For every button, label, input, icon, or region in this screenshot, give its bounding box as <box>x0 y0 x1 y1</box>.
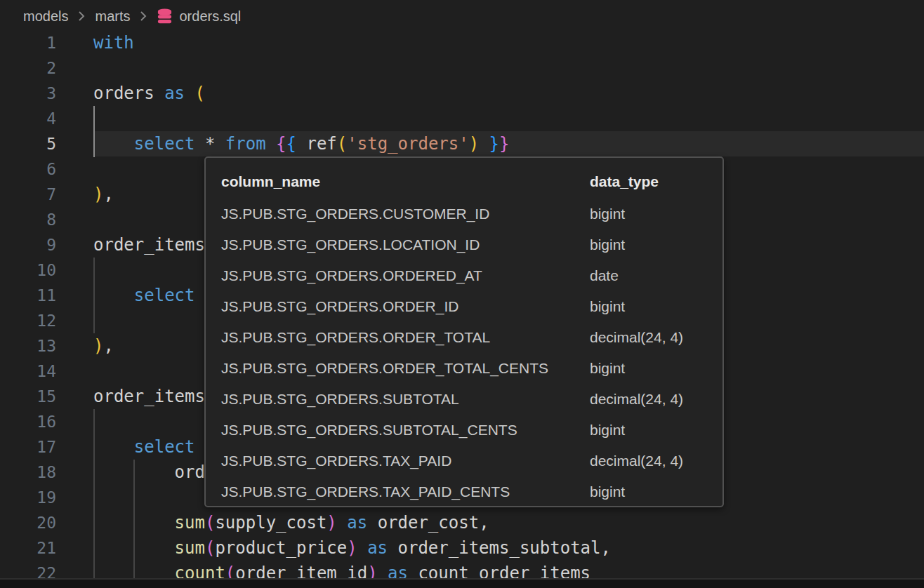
code-line[interactable]: 3orders as ( <box>0 81 924 106</box>
code-text: with <box>93 30 134 55</box>
line-number[interactable]: 15 <box>0 384 56 409</box>
data-type-cell: decimal(24, 4) <box>590 322 683 353</box>
column-name-cell: JS.PUB.STG_ORDERS.CUSTOMER_ID <box>221 199 489 229</box>
hover-table-body: JS.PUB.STG_ORDERS.CUSTOMER_IDbigintJS.PU… <box>221 199 722 507</box>
line-number[interactable]: 5 <box>0 131 56 156</box>
line-number[interactable]: 6 <box>0 156 56 182</box>
line-number[interactable]: 18 <box>0 460 56 485</box>
line-number[interactable]: 7 <box>0 182 56 207</box>
line-number[interactable]: 17 <box>0 434 56 460</box>
data-type-cell: bigint <box>590 291 625 322</box>
hover-table-header: column_name data_type <box>221 169 722 199</box>
hover-table-row: JS.PUB.STG_ORDERS.SUBTOTAL_CENTSbigint <box>221 415 722 446</box>
column-name-cell: JS.PUB.STG_ORDERS.ORDER_TOTAL <box>221 322 490 353</box>
code-text: order_items <box>93 232 205 258</box>
editor-pane[interactable]: 1with23orders as (45 select * from {{ re… <box>0 32 924 588</box>
column-name-header: column_name <box>221 169 320 194</box>
breadcrumb: models marts orders.sql <box>0 0 924 32</box>
line-number[interactable]: 12 <box>0 308 56 333</box>
line-number[interactable]: 21 <box>0 535 56 561</box>
line-number[interactable]: 10 <box>0 258 56 283</box>
column-name-cell: JS.PUB.STG_ORDERS.ORDERED_AT <box>221 260 482 291</box>
code-text: select <box>93 434 195 460</box>
column-name-cell: JS.PUB.STG_ORDERS.TAX_PAID <box>221 446 451 476</box>
line-number[interactable]: 13 <box>0 333 56 359</box>
code-line[interactable]: 4 <box>0 106 924 131</box>
line-number[interactable]: 4 <box>0 106 56 131</box>
code-line[interactable]: 2 <box>0 55 924 81</box>
hover-table-row: JS.PUB.STG_ORDERS.ORDER_IDbigint <box>221 291 722 322</box>
hover-table-row: JS.PUB.STG_ORDERS.TAX_PAIDdecimal(24, 4) <box>221 446 722 476</box>
hover-table-row: JS.PUB.STG_ORDERS.CUSTOMER_IDbigint <box>221 199 722 229</box>
data-type-cell: bigint <box>590 353 625 384</box>
hover-popup-column-table: column_name data_type JS.PUB.STG_ORDERS.… <box>204 156 724 507</box>
line-number[interactable]: 9 <box>0 232 56 258</box>
data-type-cell: bigint <box>590 415 625 446</box>
database-icon <box>157 8 173 25</box>
code-line[interactable]: 20 sum(supply_cost) as order_cost, <box>0 510 924 535</box>
hover-table-row: JS.PUB.STG_ORDERS.LOCATION_IDbigint <box>221 229 722 260</box>
line-number[interactable]: 20 <box>0 510 56 535</box>
hover-table-row: JS.PUB.STG_ORDERS.TAX_PAID_CENTSbigint <box>221 476 722 507</box>
data-type-cell: bigint <box>590 476 625 507</box>
line-number[interactable]: 8 <box>0 207 56 232</box>
code-text: order_items <box>93 384 205 409</box>
code-text: ord <box>93 460 205 485</box>
column-name-cell: JS.PUB.STG_ORDERS.LOCATION_ID <box>221 229 480 260</box>
code-line[interactable]: 21 sum(product_price) as order_items_sub… <box>0 535 924 561</box>
line-number[interactable]: 14 <box>0 359 56 384</box>
code-text: ), <box>93 182 114 207</box>
code-text: sum(supply_cost) as order_cost, <box>93 510 489 535</box>
code-text: select <box>93 283 195 308</box>
data-type-cell: decimal(24, 4) <box>590 446 683 476</box>
data-type-cell: bigint <box>590 199 625 229</box>
hover-table-row: JS.PUB.STG_ORDERS.ORDER_TOTALdecimal(24,… <box>221 322 722 353</box>
breadcrumb-item-marts[interactable]: marts <box>95 8 130 25</box>
hover-table-row: JS.PUB.STG_ORDERS.ORDER_TOTAL_CENTSbigin… <box>221 353 722 384</box>
data-type-cell: date <box>590 260 619 291</box>
bottom-panel-edge <box>0 578 924 588</box>
chevron-right-icon <box>139 9 147 23</box>
code-line[interactable]: 1with <box>0 30 924 55</box>
code-text: ), <box>93 333 114 359</box>
breadcrumb-item-file[interactable]: orders.sql <box>157 8 241 25</box>
chevron-right-icon <box>77 9 86 23</box>
breadcrumb-item-models[interactable]: models <box>23 8 68 25</box>
hover-table-row: JS.PUB.STG_ORDERS.SUBTOTALdecimal(24, 4) <box>221 384 722 415</box>
code-text: orders as ( <box>93 81 205 106</box>
code-text: sum(product_price) as order_items_subtot… <box>93 535 611 561</box>
column-name-cell: JS.PUB.STG_ORDERS.TAX_PAID_CENTS <box>221 476 510 507</box>
data-type-cell: decimal(24, 4) <box>590 384 683 415</box>
code-line[interactable]: 5 select * from {{ ref('stg_orders') }} <box>0 131 924 156</box>
hover-table-row: JS.PUB.STG_ORDERS.ORDERED_ATdate <box>221 260 722 291</box>
line-number[interactable]: 2 <box>0 55 56 81</box>
line-number[interactable]: 19 <box>0 485 56 510</box>
data-type-header: data_type <box>590 169 659 194</box>
column-name-cell: JS.PUB.STG_ORDERS.ORDER_ID <box>221 291 458 322</box>
column-name-cell: JS.PUB.STG_ORDERS.SUBTOTAL_CENTS <box>221 415 517 446</box>
line-number[interactable]: 1 <box>0 30 56 55</box>
data-type-cell: bigint <box>590 229 625 260</box>
line-number[interactable]: 16 <box>0 409 56 434</box>
code-text: select * from {{ ref('stg_orders') }} <box>93 131 509 156</box>
breadcrumb-file-name: orders.sql <box>179 8 241 25</box>
line-number[interactable]: 3 <box>0 81 56 106</box>
line-number[interactable]: 11 <box>0 283 56 308</box>
column-name-cell: JS.PUB.STG_ORDERS.ORDER_TOTAL_CENTS <box>221 353 548 384</box>
column-name-cell: JS.PUB.STG_ORDERS.SUBTOTAL <box>221 384 459 415</box>
